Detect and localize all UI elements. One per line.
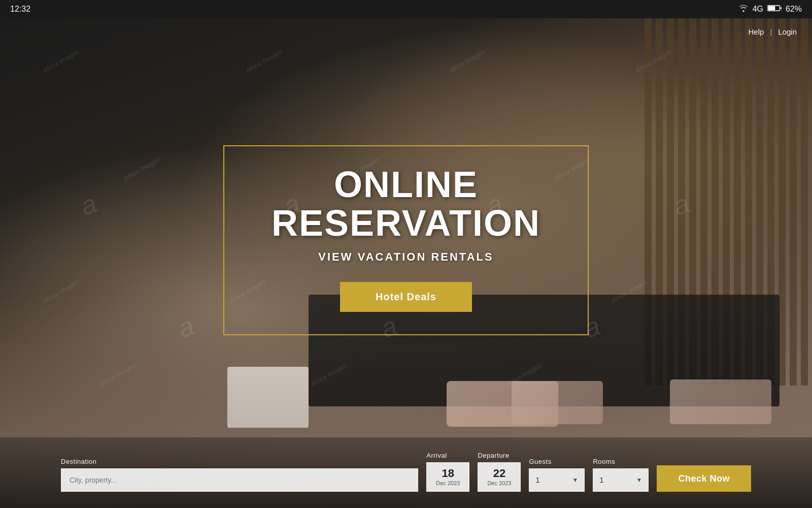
departure-input-box[interactable]: 22 Dec 2023 [478,462,521,492]
departure-day: 22 [493,468,505,479]
hero-content: ONLINE RESERVATION VIEW VACATION RENTALS… [223,145,589,335]
login-link[interactable]: Login [778,27,797,36]
arrival-input-box[interactable]: 18 Dec 2023 [426,462,469,492]
departure-field: Departure 22 Dec 2023 [478,452,521,492]
svg-rect-2 [768,6,775,10]
departure-label: Departure [478,452,521,459]
rooms-field: Rooms 1 ▼ [593,458,649,492]
check-now-button[interactable]: Check Now [657,465,751,492]
guests-dropdown-icon: ▼ [572,477,579,484]
gold-border-box: ONLINE RESERVATION VIEW VACATION RENTALS… [223,145,589,335]
destination-input-box[interactable] [61,468,418,492]
battery-percent: 62% [786,5,802,14]
hero-section: Africa Images Africa Images Africa Image… [0,18,812,508]
nightstand [227,367,309,428]
pillow-3 [670,379,771,424]
arrival-day: 18 [442,468,454,479]
rooms-label: Rooms [593,458,649,465]
guests-value: 1 [535,476,539,484]
battery-icon [767,5,782,14]
destination-label: Destination [61,458,418,465]
help-link[interactable]: Help [749,27,764,36]
destination-input[interactable] [70,476,410,484]
nav-divider: | [770,27,772,36]
hotel-deals-button[interactable]: Hotel Deals [340,282,472,312]
destination-field: Destination [61,458,418,492]
arrival-label: Arrival [426,452,469,459]
time-display: 12:32 [10,5,30,14]
hero-subtitle: VIEW VACATION RENTALS [249,250,563,264]
guests-label: Guests [529,458,585,465]
departure-month: Dec 2023 [487,480,511,486]
wifi-icon [738,4,749,14]
arrival-month: Dec 2023 [436,480,460,486]
guests-field: Guests 1 ▼ [529,458,585,492]
status-bar: 12:32 4G 62% [0,0,812,18]
rooms-select-box[interactable]: 1 ▼ [593,468,649,492]
top-navigation: Help | Login [733,18,812,45]
svg-rect-1 [780,7,782,9]
network-type: 4G [753,5,763,14]
rooms-dropdown-icon: ▼ [636,477,642,484]
rooms-value: 1 [599,476,603,484]
hero-title: ONLINE RESERVATION [249,166,563,242]
pillow-2 [512,381,603,424]
arrival-field: Arrival 18 Dec 2023 [426,452,469,492]
search-bar: Destination Arrival 18 Dec 2023 Departur… [0,437,812,508]
guests-select-box[interactable]: 1 ▼ [529,468,585,492]
